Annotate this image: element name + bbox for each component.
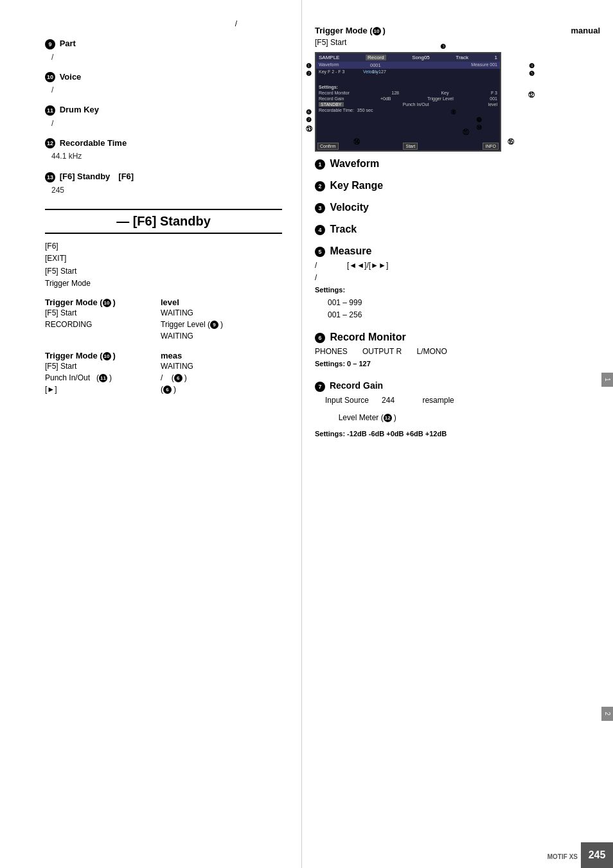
screen-info-btn[interactable]: INFO xyxy=(483,143,499,150)
drum-key-title: Drum Key xyxy=(60,105,99,114)
screen-standby-btn[interactable]: STANDBY xyxy=(319,102,344,107)
trigger-level-waiting2: WAITING xyxy=(161,330,282,342)
record-monitor-settings: Settings: 0 – 127 xyxy=(315,358,600,370)
measure-settings-val1: 001 – 999 xyxy=(315,297,600,309)
annot-7: ❼ xyxy=(306,116,312,123)
annot-10: ⑩ xyxy=(476,124,482,131)
trigger-meas-bracket: [►] xyxy=(45,384,161,395)
record-monitor-phones: PHONES OUTPUT R L/MONO xyxy=(315,346,600,358)
trigger-mode-manual-right: manual xyxy=(571,26,600,35)
standby-sub2: [EXIT] xyxy=(45,252,282,265)
section-recordable-time: 12 Recordable Time 44.1 kHz xyxy=(45,138,282,163)
drum-key-slash: / xyxy=(51,119,53,128)
screen-velocity-label: Velocity xyxy=(363,69,372,74)
screen-key-val: F 2 - F 3 xyxy=(328,69,363,74)
trigger-mode-level-section: Trigger Mode (10) [F5] Start RECORDING l… xyxy=(45,297,282,342)
trigger-mode-meas-section: Trigger Mode (10) [F5] Start Punch In/Ou… xyxy=(45,351,282,395)
screen-confirm-btn[interactable]: Confirm xyxy=(317,143,339,150)
screen-waveform-val: 0001 xyxy=(370,62,396,68)
screen-start-btn[interactable]: Start xyxy=(403,143,418,150)
screen-header: SAMPLE Record Song05 Track 1 xyxy=(316,53,500,62)
trigger-mode-manual-header: Trigger Mode (10) manual xyxy=(315,26,600,35)
voice-title: Voice xyxy=(60,72,82,82)
right-section-record-gain: 7 Record Gain Input Source 244 resample … xyxy=(315,380,600,440)
record-gain-input-label: Input Source xyxy=(315,396,369,405)
screen-waveform-label: Waveform xyxy=(319,62,370,68)
measure-slash2: / xyxy=(315,273,317,282)
trigger-meas-slash-num: / (6) xyxy=(161,372,282,384)
velocity-num: 3 xyxy=(315,203,325,213)
record-monitor-num: 6 xyxy=(315,333,325,343)
standby-sub4: Trigger Mode xyxy=(45,278,282,290)
key-range-title: Key Range xyxy=(330,180,383,191)
trigger-mode-level-right-title: level xyxy=(161,297,282,307)
num-10: 10 xyxy=(45,72,55,82)
trigger-meas-num6: (6) xyxy=(161,384,282,395)
screen-waveform-row: Waveform 0001 Measure 001 xyxy=(316,62,500,69)
screen-recordable-val: 350 sec xyxy=(357,108,373,112)
screen-measure-header: Measure 001 xyxy=(396,62,497,68)
velocity-title: Velocity xyxy=(330,202,368,213)
screen-trig-level-label: Trigger Level xyxy=(427,96,454,101)
screen-track-header: Track xyxy=(456,55,468,60)
record-monitor-title: Record Monitor xyxy=(330,332,405,342)
record-gain-input: Input Source 244 resample xyxy=(315,394,600,407)
screen-key-val2: F 3 xyxy=(491,91,497,95)
trigger-meas-waiting: WAITING xyxy=(161,360,282,372)
right-section-record-monitor: 6 Record Monitor PHONES OUTPUT R L/MONO … xyxy=(315,332,600,370)
record-gain-resample: resample xyxy=(422,396,454,405)
annot-12: ⑫ xyxy=(528,91,535,100)
num-9: 9 xyxy=(45,39,55,49)
track-title: Track xyxy=(330,224,357,235)
f6-standby-label-title: [F6] Standby [F6] xyxy=(60,172,134,181)
measure-body-line2: / xyxy=(315,272,600,284)
num-11: 11 xyxy=(45,105,55,116)
left-column: / 9 Part / 10 Voice / 11 Drum xyxy=(0,0,302,868)
screen-rec-mon-val: 128 xyxy=(391,91,399,95)
standby-sub-content: [F6] [EXIT] [F5] Start Trigger Mode xyxy=(45,240,282,290)
standby-sub1: [F6] xyxy=(45,240,282,252)
trigger-meas-f5: [F5] Start xyxy=(45,360,161,372)
trigger-level-trigger-level-label: Trigger Level (9) xyxy=(161,319,282,330)
screen-area: ❸ SAMPLE Record Song05 Track 1 Waveform … xyxy=(315,52,520,152)
annot-3: ❸ xyxy=(440,43,446,50)
right-section-track: 4 Track xyxy=(315,224,600,235)
screen-recordable-row: Recordable Time: 350 sec xyxy=(316,107,500,113)
part-title: Part xyxy=(60,39,76,48)
track-num: 4 xyxy=(315,225,325,235)
waveform-title: Waveform xyxy=(330,158,379,169)
motif-label: MOTIF XS xyxy=(547,853,578,860)
screen-settings-row: Settings: xyxy=(316,84,500,90)
annot-14: ⑭ xyxy=(353,137,360,146)
top-slash: / xyxy=(235,19,237,28)
measure-num: 5 xyxy=(315,247,325,257)
section-voice: 10 Voice / xyxy=(45,72,282,96)
right-section-waveform: 1 Waveform xyxy=(315,158,600,170)
part-slash: / xyxy=(51,53,53,62)
measure-title: Measure xyxy=(330,245,371,256)
screen-rec-gain-label: Record Gain xyxy=(319,96,344,101)
annot-11: ⑪ xyxy=(463,128,469,137)
screen-record: Record xyxy=(366,55,386,60)
right-section-key-range: 2 Key Range xyxy=(315,180,600,191)
record-gain-num: 7 xyxy=(315,382,325,392)
section-f6-standby-label: 13 [F6] Standby [F6] 245 xyxy=(45,171,282,196)
record-gain-244: 244 xyxy=(382,396,395,405)
trigger-level-f5: [F5] Start xyxy=(45,307,161,319)
screen-key-label2: Key xyxy=(441,91,449,95)
screen-song: Song05 xyxy=(412,55,430,60)
standby-divider: — [F6] Standby xyxy=(45,209,282,234)
f6-standby-label-body: 245 xyxy=(51,186,64,195)
screen-record-monitor-row: Record Monitor 128 Key F 3 xyxy=(316,90,500,96)
section-part: 9 Part / xyxy=(45,39,282,63)
key-range-num: 2 xyxy=(315,181,325,191)
screen-recordable-label: Recordable Time: xyxy=(319,108,354,112)
right-column: Trigger Mode (10) manual [F5] Start ❸ SA… xyxy=(302,0,613,868)
screen-spacer xyxy=(316,75,500,84)
f5-start-label: [F5] Start xyxy=(315,38,600,47)
standby-sub3: [F5] Start xyxy=(45,265,282,278)
record-gain-settings: Settings: -12dB -6dB +0dB +6dB +12dB xyxy=(315,428,600,440)
record-gain-title: Record Gain xyxy=(330,380,383,391)
recordable-time-body: 44.1 kHz xyxy=(51,152,82,161)
screen-trig-level-val: 001 xyxy=(490,96,497,101)
